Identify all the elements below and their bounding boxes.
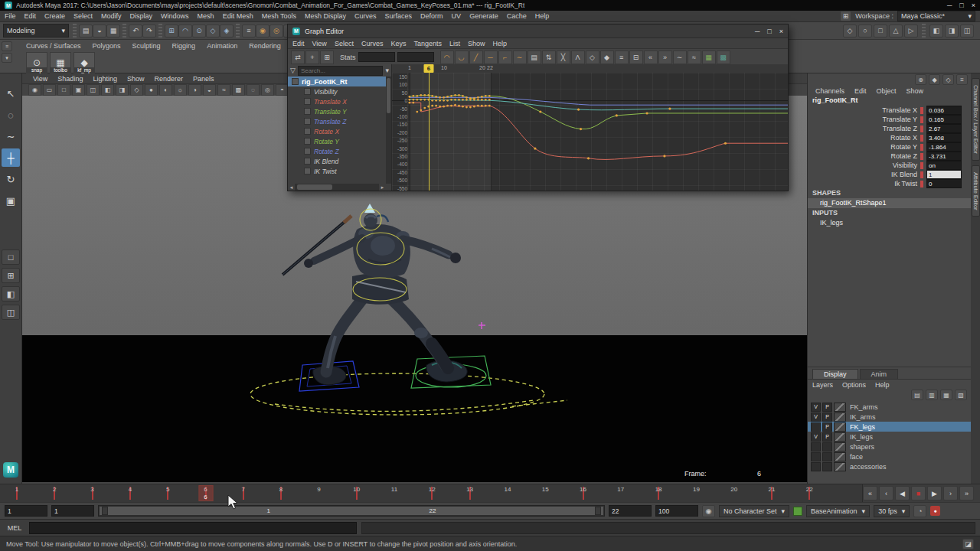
menu-uv[interactable]: UV <box>452 12 462 20</box>
attribute-row-rotate-z[interactable]: Rotate Z-3.731 <box>808 152 971 161</box>
layer-menu-layers[interactable]: Layers <box>812 381 833 389</box>
channel-row-ik-twist[interactable]: IK Twist <box>288 166 386 176</box>
stats-time-field[interactable] <box>358 52 395 62</box>
layer-color-swatch[interactable] <box>834 462 846 471</box>
insert-keys-icon[interactable]: + <box>305 51 319 64</box>
channel-box-menu-edit[interactable]: Edit <box>854 87 867 95</box>
unify-tangents-icon[interactable]: Λ <box>571 51 585 64</box>
command-input-field[interactable] <box>29 522 357 534</box>
channel-row-ik-blend[interactable]: IK Blend <box>288 156 386 166</box>
layer-row-ik-arms[interactable]: VPIK_arms <box>808 412 971 422</box>
pre-infinity-cycle-icon[interactable]: « <box>644 51 658 64</box>
stacked-view-icon[interactable]: ▩ <box>717 51 730 64</box>
sidebar-tab-channel-box-layer-editor[interactable]: Channel Box / Layer Editor <box>972 78 980 161</box>
layer-options-icon[interactable]: ▧ <box>955 390 967 400</box>
menu-deform[interactable]: Deform <box>420 12 443 20</box>
lattice-deform-keys-icon[interactable]: ⊞ <box>320 51 334 64</box>
current-frame-marker[interactable]: 6 <box>424 64 434 73</box>
graph-menu-curves[interactable]: Curves <box>361 40 384 47</box>
select-mask-components-icon[interactable]: ○ <box>858 24 872 37</box>
motion-trail-curve[interactable] <box>250 373 567 415</box>
group-divider-handle[interactable] <box>158 24 162 37</box>
multisample-icon[interactable]: ▩ <box>232 84 245 96</box>
animation-end-field[interactable]: 100 <box>655 505 698 517</box>
paint-select-tool-icon[interactable]: ∼ <box>2 127 20 145</box>
anim-layer-keying-icon[interactable] <box>793 507 802 516</box>
shelf-item-kf-mp[interactable]: ◆kf_mp <box>74 52 95 73</box>
graph-editor-titlebar[interactable]: M Graph Editor ─ □ × <box>288 24 788 38</box>
maximize-window-icon[interactable]: □ <box>767 28 771 35</box>
buffer-curve-snapshot-icon[interactable]: ▤ <box>528 51 541 64</box>
new-scene-icon[interactable]: ▤ <box>79 24 93 37</box>
menu-set-dropdown[interactable]: Modeling ▾ <box>3 24 69 37</box>
flat-tangents-icon[interactable]: ─ <box>484 51 498 64</box>
construction-history-icon[interactable]: ≡ <box>242 24 256 37</box>
layer-row-shapers[interactable]: shapers <box>808 442 971 452</box>
play-forwards-button[interactable]: ▶ <box>927 486 942 500</box>
post-infinity-cycle-icon[interactable]: » <box>658 51 672 64</box>
menu-display[interactable]: Display <box>130 12 153 20</box>
viewport-menu-lighting[interactable]: Lighting <box>93 75 117 83</box>
shape-node-row[interactable]: rig_FootIK_RtShape1 <box>808 198 971 208</box>
shelf-tab-polygons[interactable]: Polygons <box>93 42 121 50</box>
scroll-right-icon[interactable]: ► <box>379 184 386 191</box>
layout-persp-graph-icon[interactable]: ◫ <box>2 305 20 320</box>
keyframe-dots[interactable] <box>408 94 727 159</box>
minimize-window-icon[interactable]: ─ <box>755 28 760 35</box>
layer-color-swatch[interactable] <box>834 403 846 412</box>
menu-edit[interactable]: Edit <box>24 12 37 20</box>
layer-row-fk-arms[interactable]: VPFK_arms <box>808 402 971 412</box>
viewport-menu-shading[interactable]: Shading <box>57 75 83 83</box>
go-to-end-button[interactable]: » <box>959 486 974 500</box>
range-handle-right-grip[interactable] <box>595 507 601 515</box>
resolution-gate-icon[interactable]: □ <box>57 84 70 96</box>
curve-graph-area[interactable]: 6 1102022 150100500-50-100-150-200-250-3… <box>392 64 788 191</box>
textured-icon[interactable]: ◐ <box>159 84 172 96</box>
command-line-language-toggle[interactable]: MEL <box>0 524 29 532</box>
layout-persp-outliner-icon[interactable]: ◧ <box>2 286 20 302</box>
channel-manipulator-icon[interactable]: ⊕ <box>915 74 926 85</box>
group-divider-handle[interactable] <box>236 24 240 37</box>
layer-color-swatch[interactable] <box>834 412 846 422</box>
layer-playback-toggle[interactable]: P <box>822 412 832 422</box>
move-nearest-picked-key-icon[interactable]: ⇄ <box>291 51 305 64</box>
shelf-tab-curves-surfaces[interactable]: Curves / Surfaces <box>26 42 81 50</box>
character-mesh[interactable] <box>283 204 461 372</box>
symmetry-icon[interactable]: △ <box>889 24 903 37</box>
outliner-vertical-scrollbar[interactable] <box>386 77 391 184</box>
viewport-menu-view[interactable]: View <box>33 75 47 83</box>
channel-row-rotate-y[interactable]: Rotate Y <box>288 136 386 146</box>
clamped-tangents-icon[interactable]: ◡ <box>455 51 469 64</box>
attribute-value-field[interactable]: 0.036 <box>926 106 962 115</box>
stop-button[interactable]: ■ <box>911 486 926 500</box>
channel-row-visibility[interactable]: Visibility <box>288 86 386 96</box>
play-backwards-button[interactable]: ◀ <box>895 486 910 500</box>
highlight-selection-icon[interactable]: ▷ <box>904 24 918 37</box>
workspace-dropdown[interactable]: Maya Classic* ▾ <box>897 11 975 21</box>
xray-icon[interactable]: ◌ <box>247 84 260 96</box>
layer-row-face[interactable]: face <box>808 452 971 461</box>
lasso-tool-icon[interactable]: ◌ <box>2 106 20 124</box>
menu-curves[interactable]: Curves <box>354 12 377 20</box>
range-handle-left-grip[interactable] <box>102 507 108 515</box>
linear-tangents-icon[interactable]: ╱ <box>469 51 483 64</box>
menu-select[interactable]: Select <box>74 12 93 20</box>
search-input[interactable] <box>298 66 384 76</box>
time-slider-track[interactable]: 6 12345678910111213141516171819202122 <box>0 484 863 502</box>
redo-icon[interactable]: ↷ <box>142 24 156 37</box>
graph-menu-select[interactable]: Select <box>335 40 354 47</box>
group-divider-handle[interactable] <box>922 24 926 37</box>
go-to-start-button[interactable]: « <box>863 486 877 500</box>
step-back-button[interactable]: ‹ <box>879 486 893 500</box>
attribute-value-field[interactable]: -1.864 <box>926 142 962 152</box>
layer-visibility-toggle[interactable]: V <box>811 412 821 422</box>
move-tool-icon[interactable]: ┼ <box>2 148 20 167</box>
attribute-value-field[interactable]: on <box>926 161 962 170</box>
attribute-row-rotate-y[interactable]: Rotate Y-1.864 <box>808 142 971 152</box>
graph-menu-list[interactable]: List <box>449 40 460 47</box>
menu-edit-mesh[interactable]: Edit Mesh <box>223 12 253 20</box>
channel-box-toggle-icon[interactable]: ◫ <box>960 24 974 37</box>
menu-mesh-display[interactable]: Mesh Display <box>305 12 346 20</box>
shelf-item-snap[interactable]: ⊙snap <box>26 52 47 73</box>
select-mask-hierarchy-icon[interactable]: □ <box>874 24 887 37</box>
